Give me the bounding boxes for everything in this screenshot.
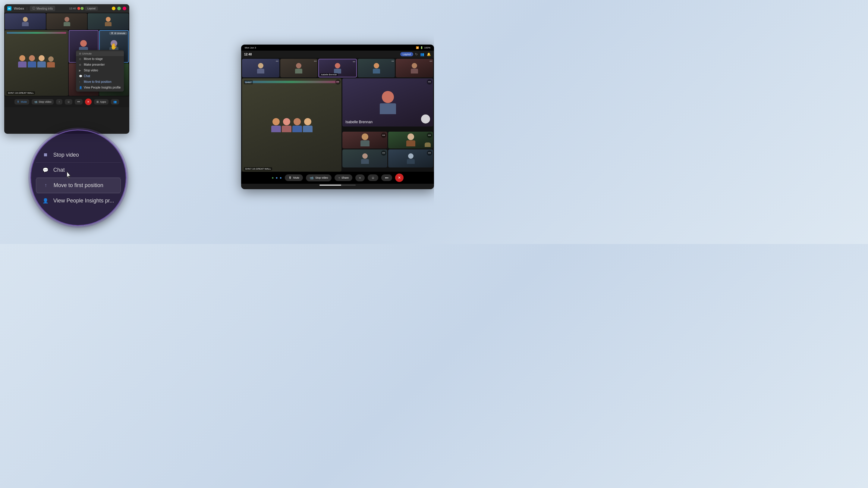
main-video-left[interactable]: SHN7-16-GREAT WALL xyxy=(5,30,68,96)
info-icon: ⓘ xyxy=(32,6,35,10)
more-icon: ••• xyxy=(77,100,80,103)
mic-icon: 🎙 xyxy=(17,100,20,103)
tablet-mute-button[interactable]: 🎙 Mute xyxy=(285,174,303,181)
tablet-layout-button[interactable]: Layout xyxy=(400,52,413,56)
layout-button[interactable]: Layout xyxy=(85,6,98,10)
hand-cursor-icon: ✋ xyxy=(110,43,118,50)
ctx-people-insights[interactable]: 👤 View People Insights profile xyxy=(76,85,124,90)
tablet-status-dot-1: ● xyxy=(272,175,274,180)
person-cell-menu[interactable]: ••• xyxy=(427,133,432,138)
emoji-icon: ☺ xyxy=(67,100,70,103)
webex-logo-icon: W xyxy=(7,6,11,10)
thumbnail-3[interactable] xyxy=(88,13,129,30)
end-call-icon: ✕ xyxy=(87,100,90,103)
participants-button[interactable]: 👥 xyxy=(111,99,119,104)
tablet-featured-cell[interactable]: ••• Isabelle Brennan xyxy=(342,78,433,127)
circ-move-first[interactable]: ↑ Move to first position xyxy=(36,178,121,193)
unmute-badge: 🎙 ⊘ Unmute xyxy=(109,32,127,35)
tablet-meeting-time: 12:40 xyxy=(244,53,252,56)
apps-button[interactable]: ⊞ Apps xyxy=(94,99,109,104)
tablet-toolbar: 12:40 Layout ↻ 👥 🔔 xyxy=(241,51,434,58)
tablet-more-button[interactable]: ••• xyxy=(381,174,392,181)
ctx-make-presenter[interactable]: ⊛ Make presenter xyxy=(76,62,124,67)
app-title: Webex xyxy=(14,7,24,10)
desktop-webex-window: W Webex | ⓘ Meeting info 12:40 🔴🟢 Layout xyxy=(4,4,129,134)
tablet-notification-icon[interactable]: 🔔 xyxy=(427,53,431,56)
circ-stop-video[interactable]: ⏹ Stop video xyxy=(36,148,121,162)
tablet-thumb-featured[interactable]: ••• Isabelle Brennan xyxy=(318,59,357,77)
window-titlebar: W Webex | ⓘ Meeting info 12:40 🔴🟢 Layout xyxy=(4,4,129,13)
meeting-time: 12:40 xyxy=(69,7,76,10)
video-icon: ▶ xyxy=(79,69,82,72)
window-controls xyxy=(112,7,126,10)
main-label: SHN7-16-GREAT WALL xyxy=(7,91,35,95)
tablet-cell-doc[interactable]: ••• xyxy=(342,132,387,149)
thumb-menu-4[interactable]: ••• xyxy=(430,60,432,62)
thumb-menu-1[interactable]: ••• xyxy=(276,60,278,62)
tablet-more-icon: ••• xyxy=(385,176,389,180)
minimize-button[interactable] xyxy=(112,7,116,10)
more-button[interactable]: ••• xyxy=(75,99,82,104)
ctx-move-to-stage[interactable]: ⊙ Move to stage xyxy=(76,56,124,62)
video-button[interactable]: 📹 Stop video xyxy=(32,99,54,104)
tablet-participants-icon[interactable]: 👥 xyxy=(420,53,424,56)
thumbnail-2[interactable] xyxy=(46,13,87,30)
featured-cell-menu[interactable]: ••• xyxy=(427,79,432,85)
tablet-cell-extra1[interactable]: ••• xyxy=(342,150,387,167)
tablet-main-left[interactable]: SHN7-16-GREAT WALL ••• SHN7 xyxy=(242,78,341,172)
mic-button[interactable]: 🎙 Mute xyxy=(14,99,29,104)
tablet-share-button[interactable]: ↑ Share xyxy=(335,174,352,181)
featured-thumb-name: Isabelle Brennan xyxy=(320,73,338,76)
thumb-menu-3[interactable]: ••• xyxy=(392,60,394,62)
apps-icon: ⊞ xyxy=(96,100,99,103)
tablet-thumb-3[interactable]: ••• xyxy=(358,59,395,77)
tablet-cell-extra2[interactable]: ••• xyxy=(388,150,433,167)
tablet-bt-icon: ⌁ xyxy=(359,176,361,180)
doc-cell-menu[interactable]: ••• xyxy=(381,133,386,138)
ctx-move-first[interactable]: ↑ Move to first position xyxy=(76,79,124,85)
tablet-thumb-2[interactable]: ••• xyxy=(280,59,318,77)
thumbnail-1[interactable] xyxy=(5,13,46,30)
ctx-chat[interactable]: 💬 Chat xyxy=(76,73,124,79)
circ-video-icon: ⏹ xyxy=(42,152,49,158)
ctx-header: ⊘ Unmute xyxy=(76,51,124,56)
maximize-button[interactable] xyxy=(117,7,121,10)
tablet-status-icons: 📶 🔋 100% xyxy=(416,46,430,49)
circ-people-insights[interactable]: 👤 View People Insights pr... xyxy=(36,193,121,208)
close-button[interactable] xyxy=(123,7,126,10)
circ-chat[interactable]: 💬 Chat xyxy=(36,163,121,177)
meeting-info-button[interactable]: ⓘ Meeting info xyxy=(30,6,55,11)
ctx-stop-video[interactable]: ▶ Stop video xyxy=(76,67,124,73)
tablet-end-button[interactable]: ✕ xyxy=(395,173,404,182)
tablet-date: Mon Jun 3 xyxy=(245,46,256,49)
thumb-menu-2[interactable]: ••• xyxy=(314,60,316,62)
tablet-right-grid: ••• Isabelle Brennan ••• xyxy=(342,78,433,172)
small-context-menu: ⊘ Unmute ⊙ Move to stage ⊛ Make presente… xyxy=(76,50,124,92)
tablet-refresh-icon[interactable]: ↻ xyxy=(415,53,418,56)
circ-chat-icon: 💬 xyxy=(42,167,49,173)
tablet-main-menu[interactable]: ••• xyxy=(335,79,341,85)
tablet-video-button[interactable]: 📹 Stop video xyxy=(306,174,332,181)
tablet-camera-icon: 📹 xyxy=(310,176,314,180)
tablet-share-icon: ↑ xyxy=(338,176,340,180)
tablet-thumb-4[interactable]: ••• xyxy=(396,59,433,77)
tablet-status-dot-2: ● xyxy=(276,175,278,180)
tablet-statusbar: Mon Jun 3 📶 🔋 100% xyxy=(241,44,434,51)
tablet-bluetooth-button[interactable]: ⌁ xyxy=(355,174,365,181)
tablet-bottom-bar: ● ● ● 🎙 Mute 📹 Stop video ↑ Share ⌁ ☺ ••… xyxy=(241,172,434,184)
emoji-button[interactable]: ☺ xyxy=(65,99,72,104)
toolbar-center: 12:40 🔴🟢 Layout xyxy=(69,6,98,10)
share-button[interactable]: ↑ xyxy=(56,99,62,104)
top-thumbnails-row xyxy=(4,13,129,30)
titlebar-left: W Webex | ⓘ Meeting info xyxy=(7,6,55,11)
tablet-top-thumbnails: ••• ••• ••• Isabelle Brennan xyxy=(241,58,434,78)
tablet-status-dot-3: ● xyxy=(280,175,282,180)
end-call-button[interactable]: ✕ xyxy=(85,98,92,105)
circ-first-pos-icon: ↑ xyxy=(42,183,50,188)
thumb-menu-featured[interactable]: ••• xyxy=(352,60,355,63)
tablet-cell-person[interactable]: ••• xyxy=(388,132,433,149)
tablet-emoji-button[interactable]: ☺ xyxy=(368,174,378,181)
tablet-thumb-1[interactable]: ••• xyxy=(242,59,279,77)
featured-name-label: Isabelle Brennan xyxy=(345,120,373,124)
tablet-end-icon: ✕ xyxy=(398,175,401,180)
